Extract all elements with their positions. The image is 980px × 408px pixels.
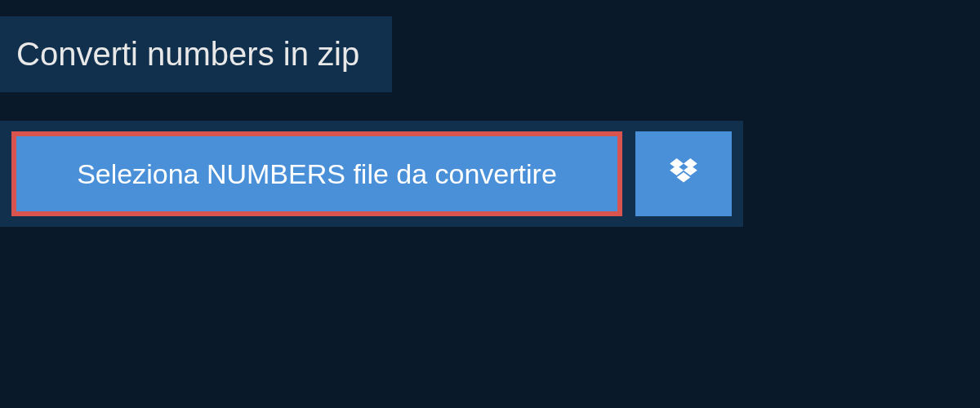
- upload-panel: Seleziona NUMBERS file da convertire: [0, 121, 743, 227]
- page-title: Converti numbers in zip: [16, 36, 359, 73]
- header-tab: Converti numbers in zip: [0, 16, 392, 92]
- select-file-button[interactable]: Seleziona NUMBERS file da convertire: [11, 131, 622, 216]
- dropbox-icon: [666, 157, 701, 191]
- dropbox-button[interactable]: [635, 131, 732, 216]
- select-file-label: Seleziona NUMBERS file da convertire: [77, 158, 557, 190]
